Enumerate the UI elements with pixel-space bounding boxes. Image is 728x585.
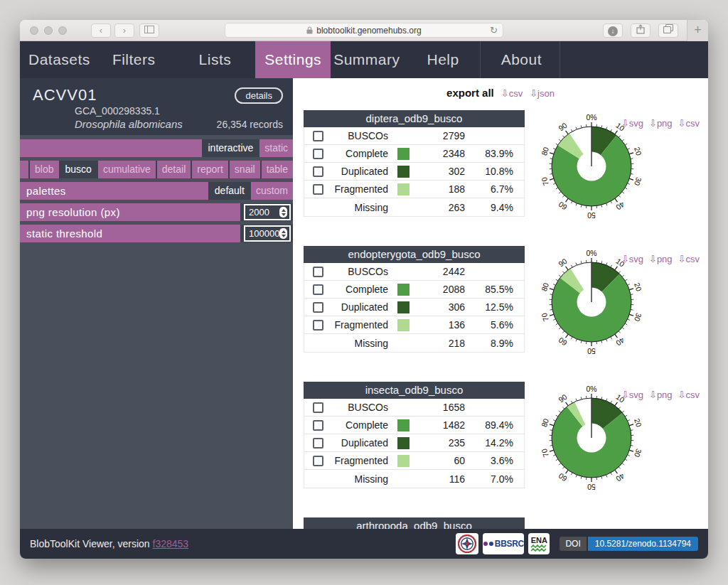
option-blob[interactable]: blob (30, 161, 58, 178)
reload-button[interactable]: ↻ (490, 25, 498, 36)
row-percent: 12.5% (465, 301, 518, 313)
swatch-cell (388, 319, 414, 331)
color-swatch (397, 455, 410, 467)
dataset-id: ACVV01 (33, 86, 97, 104)
donut-axis-label: 70 (540, 312, 550, 323)
bbsrc-dot-purple (483, 542, 488, 546)
row-label: Complete (331, 419, 388, 431)
donut-axis-label: 30 (633, 448, 643, 458)
checkbox-cell (304, 284, 331, 295)
row-checkbox[interactable] (313, 184, 323, 195)
busco-panel-diptera_odb9_busco: diptera_odb9_buscoBUSCOs2799Complete2348… (304, 110, 708, 220)
nav-item-datasets[interactable]: Datasets (27, 41, 92, 78)
row-label: Complete (331, 284, 388, 295)
donut-axis-label: 0% (586, 249, 596, 257)
settings-row-label (20, 161, 28, 178)
table-row-duplicated: Duplicated30210.8% (304, 163, 524, 181)
row-checkbox[interactable] (313, 166, 323, 177)
doi-badge[interactable]: DOI 10.5281/zenodo.1134794 (560, 537, 698, 551)
row-count: 1658 (414, 402, 465, 413)
donut-axis-label: 90 (557, 257, 569, 269)
checkbox-cell (304, 302, 331, 313)
row-count: 263 (414, 202, 465, 213)
row-label: Complete (331, 148, 388, 159)
ena-logo[interactable]: ENA (528, 533, 550, 554)
busco-table: arthropoda_odb9_busco (304, 517, 525, 529)
row-checkbox[interactable] (313, 456, 323, 466)
table-row-complete: Complete148289.4% (304, 417, 524, 434)
busco-panel-insecta_odb9_busco: insecta_odb9_buscoBUSCOs1658Complete1482… (304, 382, 708, 491)
share-button[interactable] (631, 23, 651, 38)
row-label: BUSCOs (331, 266, 388, 277)
nav-item-filters[interactable]: Filters (111, 41, 157, 78)
option-busco[interactable]: busco (60, 161, 97, 178)
donut-axis-label: 50 (587, 347, 596, 355)
swatch-cell (388, 284, 414, 296)
option-detail[interactable]: detail (157, 161, 191, 178)
new-tab-button[interactable]: + (687, 20, 708, 41)
row-count: 306 (414, 301, 465, 313)
row-checkbox[interactable] (313, 402, 323, 413)
zoom-window-button[interactable] (58, 26, 67, 35)
sanger-crest-logo[interactable] (456, 533, 478, 554)
option-interactive[interactable]: interactive (203, 139, 259, 157)
address-bar[interactable]: blobtoolkit.genomehubs.org ↻ (225, 23, 503, 38)
donut-axis-label: 60 (557, 336, 569, 348)
stepper-up-icon (282, 230, 286, 233)
option-static[interactable]: static (259, 139, 293, 157)
checkbox-cell (304, 184, 331, 195)
stepper-control[interactable] (279, 207, 287, 218)
option-group: interactivestatic (203, 139, 294, 157)
table-row-missing: Missing1167.0% (304, 470, 524, 488)
bbsrc-dot-blue (489, 542, 493, 546)
number-input-3[interactable]: 2000 (244, 204, 291, 220)
option-snail[interactable]: snail (230, 161, 260, 178)
row-percent: 89.4% (465, 419, 518, 431)
row-checkbox[interactable] (313, 302, 323, 313)
download-icon: ↓ (608, 26, 618, 36)
export-csv-link[interactable]: ⇩csv (501, 88, 523, 99)
back-button[interactable]: ‹ (91, 23, 111, 38)
option-custom[interactable]: custom (251, 182, 293, 200)
version-link[interactable]: f328453 (153, 538, 189, 549)
nav-item-settings[interactable]: Settings (255, 41, 331, 78)
busco-donut-chart: 0%102030405060708090 (537, 110, 708, 220)
details-button[interactable]: details (235, 87, 283, 104)
row-checkbox[interactable] (313, 420, 323, 431)
option-cumulative[interactable]: cumulative (98, 161, 156, 178)
row-checkbox[interactable] (313, 131, 323, 141)
row-checkbox[interactable] (313, 320, 323, 331)
row-checkbox[interactable] (313, 267, 323, 277)
option-report[interactable]: report (192, 161, 228, 178)
downloads-button[interactable]: ↓ (603, 23, 623, 38)
checkbox-cell (304, 149, 331, 159)
forward-button[interactable]: › (114, 23, 134, 38)
row-count: 1482 (414, 419, 465, 431)
nav-item-summary[interactable]: Summary (332, 41, 401, 78)
row-checkbox[interactable] (313, 284, 323, 295)
sidebar-toggle-button[interactable] (139, 23, 159, 38)
settings-row-label: png resolution (px) (20, 203, 240, 221)
bbsrc-logo[interactable]: BBSRC (483, 533, 524, 554)
swatch-cell (388, 166, 414, 178)
row-label: Duplicated (331, 301, 388, 313)
tab-overview-button[interactable] (658, 23, 678, 38)
number-input-4[interactable]: 100000 (244, 225, 291, 242)
export-json-link[interactable]: ⇩json (530, 88, 555, 99)
table-row-missing: Missing2188.9% (304, 334, 524, 352)
row-label: Fragmented (331, 455, 388, 466)
row-checkbox[interactable] (313, 438, 323, 449)
stepper-control[interactable] (279, 228, 287, 239)
row-checkbox[interactable] (313, 149, 323, 159)
app-footer: BlobToolKit Viewer, version f328453 BBSR… (20, 529, 708, 559)
donut-axis-label: 80 (540, 417, 550, 428)
checkbox-cell (304, 420, 331, 431)
settings-row-palettes: palettesdefaultcustom (20, 182, 293, 200)
option-table[interactable]: table (262, 161, 293, 178)
minimize-window-button[interactable] (44, 26, 53, 35)
close-window-button[interactable] (30, 26, 38, 35)
nav-item-about[interactable]: About (500, 41, 543, 78)
option-default[interactable]: default (210, 182, 250, 200)
nav-item-help[interactable]: Help (425, 41, 460, 78)
nav-item-lists[interactable]: Lists (198, 41, 233, 78)
